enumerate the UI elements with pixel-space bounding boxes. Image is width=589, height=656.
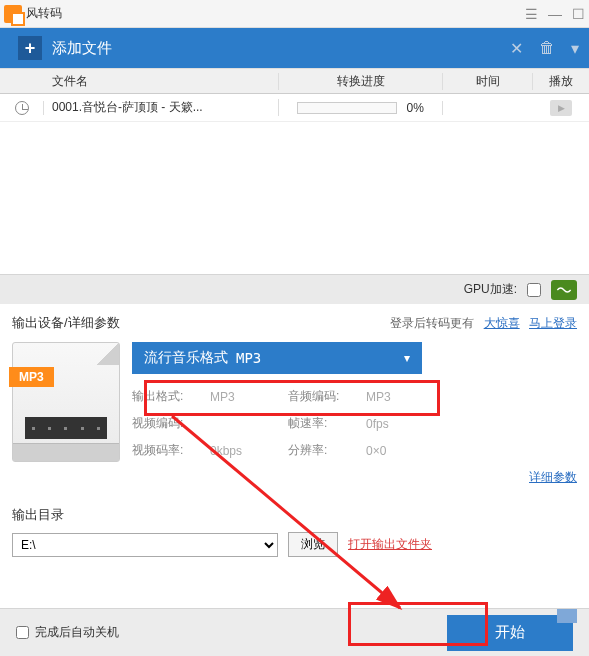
toolbar: + 添加文件 ✕ 🗑 ▾ (0, 28, 589, 68)
res-value: 0×0 (366, 444, 426, 458)
progress-pct: 0% (407, 101, 424, 115)
fps-label: 帧速率: (288, 415, 358, 432)
login-hint: 登录后转码更有 大惊喜 马上登录 (390, 315, 577, 332)
remove-icon[interactable]: ✕ (510, 39, 523, 58)
app-icon (4, 5, 22, 23)
format-area: MP3 流行音乐格式 MP3 ▾ 输出格式: MP3 音频编码: MP3 视频编… (0, 338, 589, 498)
maximize-icon[interactable]: ☐ (572, 6, 585, 22)
table-row[interactable]: 0001.音悦台-萨顶顶 - 天簌... 0% ▶ (0, 94, 589, 122)
login-link[interactable]: 马上登录 (529, 316, 577, 330)
aenc-label: 音频编码: (288, 388, 358, 405)
delete-icon[interactable]: 🗑 (539, 39, 555, 58)
menu-icon[interactable]: ☰ (525, 6, 538, 22)
format-title: 流行音乐格式 (144, 349, 228, 367)
open-output-folder-link[interactable]: 打开输出文件夹 (348, 536, 432, 553)
file-thumbnail: MP3 (12, 342, 120, 462)
venc-label: 视频编码: (132, 415, 202, 432)
format-dropdown[interactable]: 流行音乐格式 MP3 ▾ (132, 342, 422, 374)
gpu-checkbox[interactable] (527, 283, 541, 297)
shutdown-checkbox[interactable] (16, 626, 29, 639)
nvidia-icon (551, 280, 577, 300)
glitch-artifact (557, 609, 577, 623)
out-fmt-value: MP3 (210, 390, 280, 404)
table-header: 文件名 转换进度 时间 播放 (0, 68, 589, 94)
file-progress: 0% (279, 101, 443, 115)
param-grid: 输出格式: MP3 音频编码: MP3 视频编码: 帧速率: 0fps 视频码率… (132, 388, 577, 459)
play-button[interactable]: ▶ (550, 100, 572, 116)
col-progress: 转换进度 (279, 73, 443, 90)
col-filename: 文件名 (44, 73, 279, 90)
output-dir-header: 输出目录 (12, 506, 577, 524)
add-file-button[interactable]: + 添加文件 (10, 32, 120, 64)
clock-icon (15, 101, 29, 115)
output-settings-title: 输出设备/详细参数 (12, 314, 120, 332)
footer: 完成后自动关机 开始 (0, 608, 589, 656)
plus-icon: + (18, 36, 42, 60)
col-time: 时间 (443, 73, 533, 90)
vbr-value: 0kbps (210, 444, 280, 458)
browse-button[interactable]: 浏览 (288, 532, 338, 557)
detail-params-link[interactable]: 详细参数 (529, 470, 577, 484)
start-button[interactable]: 开始 (447, 615, 573, 651)
add-file-label: 添加文件 (52, 39, 112, 58)
aenc-value: MP3 (366, 390, 426, 404)
progress-bar (297, 102, 397, 114)
output-dir-select[interactable]: E:\ (12, 533, 278, 557)
format-code: MP3 (236, 350, 261, 366)
gpu-bar: GPU加速: (0, 274, 589, 304)
chevron-down-icon: ▾ (404, 351, 410, 365)
format-badge: MP3 (9, 367, 54, 387)
col-play: 播放 (533, 73, 589, 90)
chevron-down-icon[interactable]: ▾ (571, 39, 579, 58)
title-bar: 风转码 ☰ — ☐ (0, 0, 589, 28)
fps-value: 0fps (366, 417, 426, 431)
gpu-label: GPU加速: (464, 281, 517, 298)
window-controls: ☰ — ☐ (525, 6, 585, 22)
file-name: 0001.音悦台-萨顶顶 - 天簌... (44, 99, 279, 116)
shutdown-checkbox-label[interactable]: 完成后自动关机 (16, 624, 119, 641)
out-fmt-label: 输出格式: (132, 388, 202, 405)
output-dir-section: 输出目录 E:\ 浏览 打开输出文件夹 (0, 498, 589, 565)
surprise-link[interactable]: 大惊喜 (484, 316, 520, 330)
res-label: 分辨率: (288, 442, 358, 459)
vbr-label: 视频码率: (132, 442, 202, 459)
minimize-icon[interactable]: — (548, 6, 562, 22)
window-title: 风转码 (26, 5, 62, 22)
file-list: 0001.音悦台-萨顶顶 - 天簌... 0% ▶ (0, 94, 589, 274)
output-settings-header: 输出设备/详细参数 登录后转码更有 大惊喜 马上登录 (0, 304, 589, 338)
